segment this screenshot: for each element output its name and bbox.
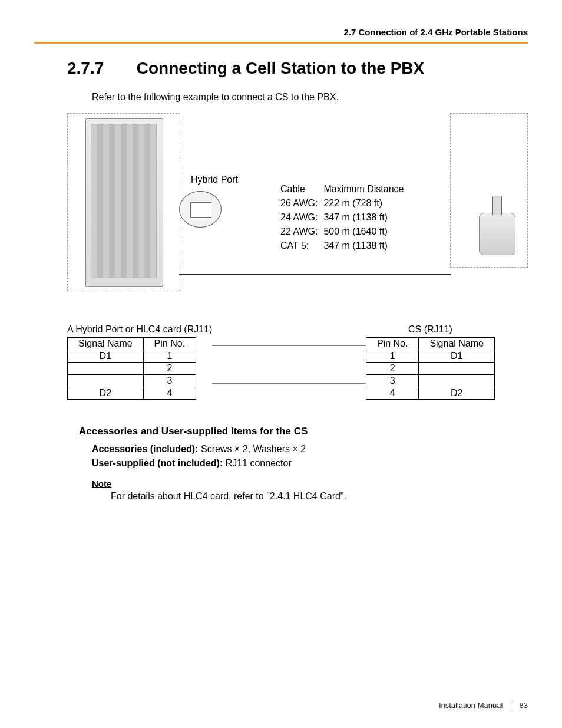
accessories-user-line: User-supplied (not included): RJ11 conne… <box>92 456 528 470</box>
spec-cell: 347 m (1138 ft) <box>323 211 408 224</box>
table-cell: 4 <box>366 387 418 400</box>
spec-cell: 24 AWG: <box>280 211 322 224</box>
page-footer: Installation Manual 83 <box>439 701 528 710</box>
table-header: Signal Name <box>68 338 144 350</box>
table-header: Signal Name <box>419 338 495 350</box>
cable-spec-table: Cable Maximum Distance 26 AWG:222 m (728… <box>279 182 409 253</box>
table-cell: 1 <box>366 350 418 363</box>
section-title: Connecting a Cell Station to the PBX <box>137 59 424 77</box>
left-pinout-caption: A Hybrid Port or HLC4 card (RJ11) <box>67 324 212 335</box>
cell-station-box <box>450 113 528 268</box>
table-cell <box>419 363 495 375</box>
user-supplied-label: User-supplied (not included): <box>92 458 226 468</box>
left-pinout-table: Signal Name Pin No. D11 2 3 D24 <box>67 337 196 400</box>
table-cell: D2 <box>68 387 144 400</box>
table-cell: 3 <box>143 375 196 387</box>
table-cell: 2 <box>143 363 196 375</box>
wire-diagram-icon <box>212 329 366 388</box>
spec-cell: 22 AWG: <box>280 225 322 238</box>
left-pinout-block: A Hybrid Port or HLC4 card (RJ11) Signal… <box>67 324 212 400</box>
accessories-heading: Accessories and User-supplied Items for … <box>79 426 528 437</box>
spec-cell: 222 m (728 ft) <box>323 197 408 210</box>
included-text: Screws × 2, Washers × 2 <box>201 444 306 454</box>
note-heading: Note <box>92 479 528 489</box>
spec-cell: 347 m (1138 ft) <box>323 239 408 252</box>
page: 2.7 Connection of 2.4 GHz Portable Stati… <box>0 0 562 728</box>
table-cell <box>68 375 144 387</box>
note-text: For details about HLC4 card, refer to "2… <box>111 491 528 502</box>
footer-page-number: 83 <box>520 701 528 710</box>
right-pinout-caption: CS (RJ11) <box>366 324 495 335</box>
right-pinout-table: Pin No. Signal Name 1D1 2 3 4D2 <box>366 337 495 400</box>
spec-cell: 500 m (1640 ft) <box>323 225 408 238</box>
table-cell: 2 <box>366 363 418 375</box>
table-cell: 4 <box>143 387 196 400</box>
footer-doc-title: Installation Manual <box>439 701 503 710</box>
accessories-body: Accessories (included): Screws × 2, Wash… <box>92 442 528 470</box>
table-cell: D1 <box>68 350 144 363</box>
spec-cell: CAT 5: <box>280 239 322 252</box>
footer-separator <box>511 702 511 710</box>
spec-cell: 26 AWG: <box>280 197 322 210</box>
hybrid-port-label: Hybrid Port <box>191 174 238 185</box>
table-cell <box>419 375 495 387</box>
user-supplied-text: RJ11 connector <box>226 458 292 468</box>
cable-col-head: Cable <box>280 183 322 196</box>
intro-text: Refer to the following example to connec… <box>92 92 528 103</box>
header-rule <box>34 42 528 44</box>
connection-diagram: Hybrid Port Cable Maximum Distance 26 AW… <box>67 113 528 302</box>
section-heading: 2.7.7 Connecting a Cell Station to the P… <box>67 59 528 78</box>
right-pinout-block: CS (RJ11) Pin No. Signal Name 1D1 2 3 4D… <box>366 324 495 400</box>
table-cell: 3 <box>366 375 418 387</box>
pbx-box <box>67 113 180 291</box>
table-cell: 1 <box>143 350 196 363</box>
included-label: Accessories (included): <box>92 444 201 454</box>
port-closeup-icon <box>179 191 222 228</box>
running-header: 2.7 Connection of 2.4 GHz Portable Stati… <box>34 27 528 41</box>
pinout-section: A Hybrid Port or HLC4 card (RJ11) Signal… <box>67 324 495 400</box>
cell-station-illustration <box>479 213 515 255</box>
table-header: Pin No. <box>143 338 196 350</box>
table-cell: D1 <box>419 350 495 363</box>
distance-col-head: Maximum Distance <box>323 183 408 196</box>
table-header: Pin No. <box>366 338 418 350</box>
cable-spec: Cable Maximum Distance 26 AWG:222 m (728… <box>279 182 409 253</box>
pinout-wires <box>212 324 366 400</box>
table-cell: D2 <box>419 387 495 400</box>
table-cell <box>68 363 144 375</box>
section-number: 2.7.7 <box>67 59 132 78</box>
pbx-unit-illustration <box>85 118 163 287</box>
cable-line <box>179 274 451 275</box>
accessories-included-line: Accessories (included): Screws × 2, Wash… <box>92 442 528 456</box>
